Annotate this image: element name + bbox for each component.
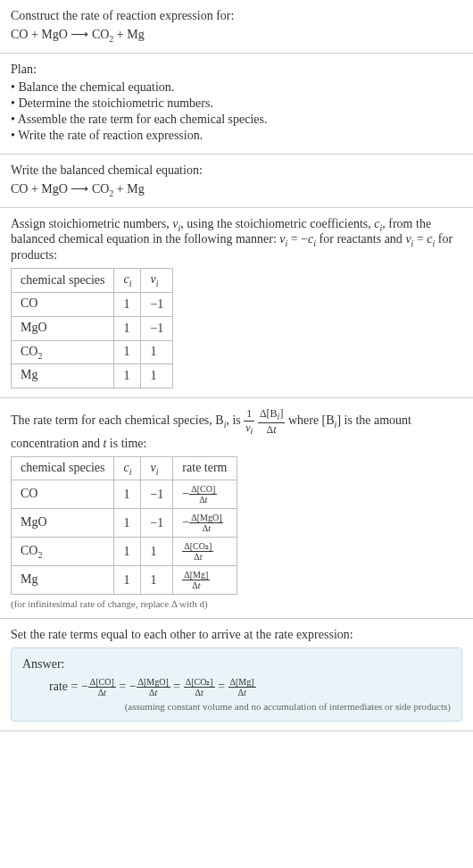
cell-c: 1 bbox=[114, 480, 141, 509]
denominator: Δt bbox=[258, 423, 286, 437]
plan-title: Plan: bbox=[11, 63, 462, 77]
stoich-section: Assign stoichiometric numbers, νi, using… bbox=[0, 208, 473, 399]
col-ci: ci bbox=[114, 456, 141, 480]
cell-nu: −1 bbox=[141, 292, 173, 316]
cell-c: 1 bbox=[114, 292, 141, 316]
plan-list: • Balance the chemical equation. • Deter… bbox=[11, 80, 462, 143]
balanced-title: Write the balanced chemical equation: bbox=[11, 163, 462, 178]
arrow-icon: ⟶ bbox=[71, 182, 92, 196]
cell-species: MgO bbox=[12, 316, 114, 340]
equals: = bbox=[173, 680, 183, 693]
rateterm-intro: The rate term for each chemical species,… bbox=[11, 407, 462, 450]
text: The rate term for each chemical species,… bbox=[11, 414, 224, 428]
text: for reactants and bbox=[316, 232, 405, 246]
col-species: chemical species bbox=[12, 456, 114, 480]
text: is time: bbox=[106, 437, 146, 450]
cell-species: CO bbox=[12, 480, 114, 509]
equals: = bbox=[119, 680, 129, 693]
eq-rhs1: CO bbox=[92, 182, 109, 196]
cell-species: CO bbox=[12, 292, 114, 316]
answer-box: Answer: rate = −Δ[CO]Δt = −Δ[MgO]Δt = Δ[… bbox=[11, 647, 462, 722]
col-nui: νi bbox=[141, 269, 173, 293]
eq-lhs: CO + MgO bbox=[11, 182, 68, 196]
cell-c: 1 bbox=[114, 538, 141, 566]
numerator: 1 bbox=[244, 407, 254, 421]
col-ci: ci bbox=[114, 269, 141, 293]
cell-nu: −1 bbox=[141, 509, 173, 538]
eq-rhs2: + Mg bbox=[113, 182, 144, 196]
stoich-intro: Assign stoichiometric numbers, νi, using… bbox=[11, 217, 462, 263]
fraction: Δ[MgO]Δt bbox=[137, 677, 170, 697]
eq-rhs1: CO bbox=[92, 28, 109, 41]
plan-item: • Determine the stoichiometric numbers. bbox=[11, 96, 462, 111]
table-row: MgO 1 −1 bbox=[12, 316, 173, 340]
col-species: chemical species bbox=[12, 269, 114, 293]
table-row: CO2 1 1 Δ[CO₂]Δt bbox=[12, 538, 237, 566]
cell-species: Mg bbox=[12, 364, 114, 388]
cell-rate: Δ[Mg]Δt bbox=[173, 566, 236, 595]
arrow-icon: ⟶ bbox=[71, 28, 92, 41]
answer-note: (assuming constant volume and no accumul… bbox=[22, 701, 451, 712]
rateterm-table: chemical species ci νi rate term CO 1 −1… bbox=[11, 456, 237, 596]
fraction: Δ[CO₂]Δt bbox=[184, 677, 215, 697]
answer-label: Answer: bbox=[22, 657, 451, 672]
col-nui: νi bbox=[141, 456, 173, 480]
numerator: Δ[Bi] bbox=[258, 407, 286, 422]
final-section: Set the rate terms equal to each other t… bbox=[0, 619, 473, 731]
cell-rate: −Δ[CO]Δt bbox=[173, 480, 236, 509]
table-row: CO2 1 1 bbox=[12, 340, 173, 364]
cell-nu: −1 bbox=[141, 480, 173, 509]
equals: = bbox=[218, 680, 228, 693]
cell-c: 1 bbox=[114, 340, 141, 364]
text: , is bbox=[226, 414, 244, 428]
sign: − bbox=[81, 680, 88, 693]
fraction: Δ[Mg]Δt bbox=[228, 677, 256, 697]
plan-section: Plan: • Balance the chemical equation. •… bbox=[0, 54, 473, 154]
header-section: Construct the rate of reaction expressio… bbox=[0, 0, 473, 54]
cell-rate: −Δ[MgO]Δt bbox=[173, 509, 236, 538]
table-row: MgO 1 −1 −Δ[MgO]Δt bbox=[12, 509, 237, 538]
table-row: Mg 1 1 bbox=[12, 364, 173, 388]
cell-species: CO2 bbox=[12, 340, 114, 364]
eq-lhs: CO + MgO bbox=[11, 28, 68, 41]
fraction: Δ[Bi] Δt bbox=[258, 407, 286, 436]
text: = − bbox=[287, 232, 308, 246]
table-row: Mg 1 1 Δ[Mg]Δt bbox=[12, 566, 237, 595]
eq-rhs2: + Mg bbox=[113, 28, 144, 41]
rateterm-note: (for infinitesimal rate of change, repla… bbox=[11, 598, 462, 609]
cell-nu: 1 bbox=[141, 340, 173, 364]
cell-rate: Δ[CO₂]Δt bbox=[173, 538, 236, 566]
balanced-equation: CO + MgO ⟶ CO2 + Mg bbox=[11, 181, 462, 198]
text: = bbox=[413, 232, 427, 246]
plan-item: • Balance the chemical equation. bbox=[11, 80, 462, 95]
cell-nu: −1 bbox=[141, 316, 173, 340]
cell-species: CO2 bbox=[12, 538, 114, 566]
cell-nu: 1 bbox=[141, 538, 173, 566]
rateterm-section: The rate term for each chemical species,… bbox=[0, 398, 473, 619]
stoich-table: chemical species ci νi CO 1 −1 MgO 1 −1 … bbox=[11, 268, 173, 388]
cell-c: 1 bbox=[114, 566, 141, 595]
cell-species: Mg bbox=[12, 566, 114, 595]
table-header-row: chemical species ci νi bbox=[12, 269, 173, 293]
fraction: Δ[CO]Δt bbox=[88, 677, 116, 697]
text: Assign stoichiometric numbers, bbox=[11, 217, 172, 230]
denominator: νi bbox=[244, 421, 254, 436]
final-title: Set the rate terms equal to each other t… bbox=[11, 628, 462, 642]
rate-expression: rate = −Δ[CO]Δt = −Δ[MgO]Δt = Δ[CO₂]Δt =… bbox=[22, 677, 451, 697]
cell-nu: 1 bbox=[141, 566, 173, 595]
fraction: 1 νi bbox=[244, 407, 254, 436]
text: , using the stoichiometric coefficients, bbox=[180, 217, 374, 230]
table-row: CO 1 −1 −Δ[CO]Δt bbox=[12, 480, 237, 509]
header-title: Construct the rate of reaction expressio… bbox=[11, 9, 462, 23]
cell-species: MgO bbox=[12, 509, 114, 538]
rate-label: rate = bbox=[49, 680, 81, 693]
table-row: CO 1 −1 bbox=[12, 292, 173, 316]
col-rate: rate term bbox=[173, 456, 236, 480]
cell-nu: 1 bbox=[141, 364, 173, 388]
plan-item: • Assemble the rate term for each chemic… bbox=[11, 113, 462, 127]
cell-c: 1 bbox=[114, 509, 141, 538]
sign: − bbox=[129, 680, 137, 693]
plan-item: • Write the rate of reaction expression. bbox=[11, 129, 462, 143]
cell-c: 1 bbox=[114, 364, 141, 388]
table-header-row: chemical species ci νi rate term bbox=[12, 456, 237, 480]
